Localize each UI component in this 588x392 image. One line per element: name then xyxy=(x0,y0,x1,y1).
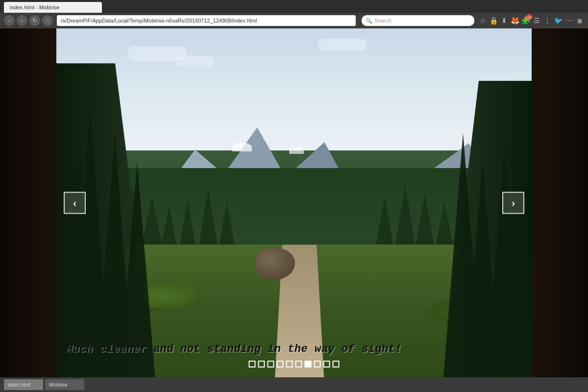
dot-6[interactable] xyxy=(295,361,302,368)
dot-5[interactable] xyxy=(286,361,293,368)
right-side-panel xyxy=(532,28,588,377)
address-bar[interactable]: rs/DreamPiF/AppData/Local/Temp/Mobirise-… xyxy=(57,15,356,26)
dot-7[interactable] xyxy=(305,361,312,368)
address-text: rs/DreamPiF/AppData/Local/Temp/Mobirise-… xyxy=(61,18,352,24)
back-button[interactable]: ‹ xyxy=(4,15,15,26)
snowcap-2 xyxy=(289,147,304,154)
cloud-3 xyxy=(318,39,367,51)
browser-tab[interactable]: index.html - Mobirise xyxy=(4,2,102,13)
slide-image xyxy=(56,28,532,377)
dot-10[interactable] xyxy=(333,361,340,368)
refresh-button[interactable]: ↻ xyxy=(29,15,40,26)
tab-bar: index.html - Mobirise xyxy=(0,0,588,13)
dot-2[interactable] xyxy=(258,361,265,368)
snowcap-1 xyxy=(232,143,252,151)
taskbar-item-1[interactable]: index.html xyxy=(4,379,43,390)
tab-label: index.html - Mobirise xyxy=(10,4,59,10)
scene xyxy=(56,28,532,377)
overflow-icon[interactable]: ⋮ xyxy=(543,16,552,25)
forward-button[interactable]: › xyxy=(17,15,27,26)
prev-arrow[interactable]: ‹ xyxy=(64,192,86,214)
left-side-panel xyxy=(0,28,56,377)
search-placeholder: Search xyxy=(374,18,392,24)
caption-area: Much cleaner and not standing in the way… xyxy=(56,343,532,355)
browser-logo: 🦊 xyxy=(511,16,520,25)
taskbar: index.html Mobirise xyxy=(0,377,588,392)
dot-9[interactable] xyxy=(323,361,330,368)
next-arrow[interactable]: › xyxy=(502,192,524,214)
notification-badge: 10 xyxy=(526,14,532,20)
apps-icon[interactable]: ⋯ xyxy=(564,16,573,25)
cloud-2 xyxy=(175,56,215,67)
toolbar: ‹ › ↻ ⌂ rs/DreamPiF/AppData/Local/Temp/M… xyxy=(0,13,588,28)
slideshow-container: ‹ › Much cleaner and not standing in the… xyxy=(56,28,532,377)
dot-1[interactable] xyxy=(249,361,256,368)
stats-icon[interactable]: ▦ xyxy=(575,16,584,25)
lock-icon[interactable]: 🔒 xyxy=(489,16,498,25)
toolbar-icons: ☆ 🔒 ⬇ 🦊 🧩 10 ☰ ⋮ 🐦 ⋯ ▦ xyxy=(478,16,584,25)
extra-icon[interactable]: 🐦 xyxy=(554,16,563,25)
main-content: ⚙ MOBI DOWNLOAD xyxy=(0,28,588,377)
dot-3[interactable] xyxy=(268,361,274,368)
menu-icon[interactable]: ☰ xyxy=(532,16,541,25)
search-bar-container[interactable]: 🔍 Search xyxy=(362,15,474,26)
dot-8[interactable] xyxy=(314,361,321,368)
home-button[interactable]: ⌂ xyxy=(42,15,53,26)
taskbar-item-2[interactable]: Mobirise xyxy=(45,379,84,390)
fg-pines-left xyxy=(56,63,164,377)
caption-text: Much cleaner and not standing in the way… xyxy=(66,343,402,355)
fg-pines-right xyxy=(434,81,532,377)
extensions-icon[interactable]: 🦊 xyxy=(511,16,519,25)
slide-dots xyxy=(249,361,340,368)
search-icon: 🔍 xyxy=(366,18,372,24)
bookmark-icon[interactable]: ☆ xyxy=(478,16,487,25)
dot-4[interactable] xyxy=(277,361,284,368)
browser-chrome: index.html - Mobirise ‹ › ↻ ⌂ rs/DreamPi… xyxy=(0,0,588,28)
notifications-icon[interactable]: 🧩 10 xyxy=(521,16,530,25)
download-icon[interactable]: ⬇ xyxy=(500,16,509,25)
